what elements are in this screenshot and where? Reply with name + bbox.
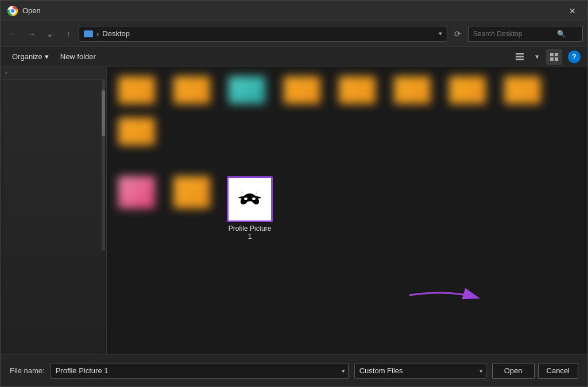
svg-rect-8 (555, 57, 558, 61)
action-buttons: Open Cancel (492, 363, 578, 379)
filetype-select-wrap: Custom Files ▾ (354, 363, 486, 379)
svg-rect-4 (516, 59, 524, 60)
search-icon: 🔍 (557, 30, 566, 38)
filename-label: File name: (10, 366, 45, 375)
folder-icon (118, 176, 155, 208)
file-area: Profile Picture 1 (107, 67, 587, 354)
sidebar-item-active[interactable]: › (1, 67, 106, 78)
svg-rect-5 (550, 53, 554, 56)
folder-icon (449, 76, 486, 104)
svg-point-10 (252, 198, 256, 200)
cancel-button[interactable]: Cancel (538, 363, 578, 379)
list-item[interactable] (114, 174, 160, 211)
list-item[interactable] (389, 74, 435, 106)
organize-button[interactable]: Organize ▾ (7, 50, 53, 63)
folder-row-1 (114, 74, 581, 148)
sidebar-divider (1, 79, 106, 80)
svg-rect-3 (516, 56, 524, 57)
new-folder-button[interactable]: New folder (56, 50, 100, 63)
folder-icon (118, 76, 155, 104)
sidebar-scrollbar-thumb (102, 90, 105, 136)
list-item[interactable] (169, 174, 215, 211)
filename-input-wrap: ▾ (51, 363, 349, 379)
folder-icon (229, 76, 265, 104)
svg-rect-6 (555, 53, 558, 56)
svg-rect-7 (550, 57, 554, 61)
list-item[interactable] (500, 74, 546, 106)
open-dialog: Open ✕ ← → ⌄ ↑ › Desktop ▾ ⟳ 🔍 Organize … (0, 0, 588, 387)
view-button-grid[interactable] (546, 49, 562, 65)
address-path: › (96, 29, 99, 38)
list-item[interactable] (224, 74, 270, 106)
address-folder: Desktop (102, 29, 130, 38)
batman-mask-icon (235, 188, 264, 211)
dialog-title: Open (22, 6, 560, 15)
folder-icon (284, 76, 320, 104)
address-input[interactable]: › Desktop ▾ (79, 26, 447, 42)
svg-point-1 (11, 9, 15, 13)
folder-row-2: Profile Picture 1 (114, 174, 581, 243)
help-button[interactable]: ? (568, 51, 581, 63)
view-dropdown-button[interactable]: ▾ (529, 49, 545, 65)
folder-icon (339, 76, 376, 104)
up-button[interactable]: ↑ (60, 26, 76, 42)
new-folder-label: New folder (60, 52, 96, 61)
forward-button[interactable]: → (24, 26, 40, 42)
svg-rect-2 (516, 53, 524, 55)
open-button[interactable]: Open (492, 363, 535, 379)
chrome-logo-icon (7, 6, 18, 16)
close-button[interactable]: ✕ (564, 3, 581, 19)
sidebar-blur (1, 67, 106, 354)
folder-icon (173, 176, 210, 208)
folder-icon (394, 76, 431, 104)
address-bar: ← → ⌄ ↑ › Desktop ▾ ⟳ 🔍 (1, 21, 587, 47)
folder-icon (84, 30, 93, 37)
list-item[interactable] (114, 115, 160, 148)
title-bar: Open ✕ (1, 1, 587, 21)
bottom-bar: File name: ▾ Custom Files ▾ Open Cancel (1, 354, 587, 386)
list-item[interactable] (169, 74, 215, 106)
svg-point-9 (244, 198, 247, 200)
gap-row (114, 157, 581, 174)
refresh-button[interactable]: ⟳ (450, 26, 466, 42)
folder-icon (118, 118, 155, 145)
view-buttons: ▾ (512, 49, 562, 65)
list-item[interactable] (279, 74, 325, 106)
sidebar: › (1, 67, 107, 354)
arrow-annotation (404, 284, 484, 314)
file-name: Profile Picture 1 (226, 225, 273, 241)
list-item[interactable] (444, 74, 490, 106)
sidebar-scrollbar[interactable] (102, 79, 105, 251)
list-item[interactable] (114, 74, 160, 106)
toolbar: Organize ▾ New folder ▾ ? (1, 47, 587, 67)
address-chevron-icon: ▾ (439, 30, 442, 37)
view-button-list[interactable] (512, 49, 528, 65)
filetype-select[interactable]: Custom Files (354, 363, 486, 379)
search-input[interactable] (473, 30, 554, 38)
history-button[interactable]: ⌄ (42, 26, 58, 42)
folder-icon (504, 76, 541, 104)
filename-input[interactable] (51, 363, 349, 379)
list-item[interactable] (334, 74, 380, 106)
sidebar-chevron-icon: › (5, 69, 7, 76)
selected-file-item[interactable]: Profile Picture 1 (224, 174, 276, 243)
content-area: › (1, 67, 587, 354)
organize-label: Organize (12, 52, 42, 61)
search-box[interactable]: 🔍 (468, 26, 583, 42)
file-thumbnail (227, 176, 273, 222)
folder-icon (173, 76, 210, 104)
organize-chevron-icon: ▾ (45, 52, 49, 61)
back-button[interactable]: ← (5, 26, 21, 42)
